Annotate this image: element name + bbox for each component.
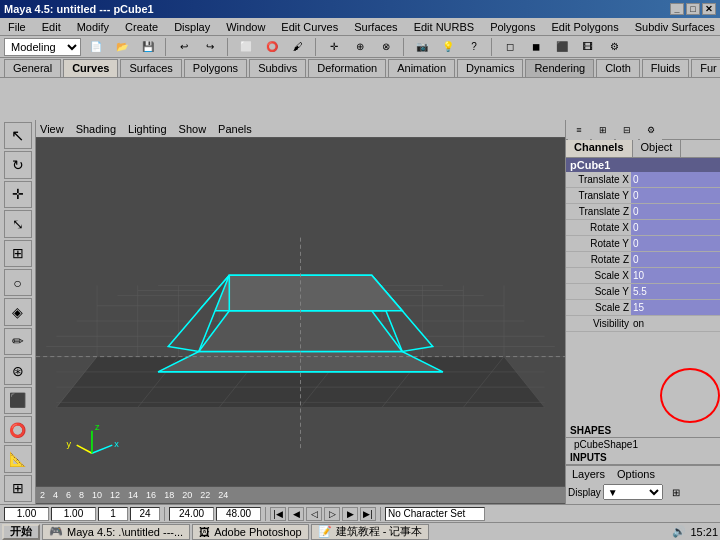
tab-fluids[interactable]: Fluids bbox=[642, 59, 689, 77]
menu-edit-polygons[interactable]: Edit Polygons bbox=[547, 20, 622, 34]
minimize-button[interactable]: _ bbox=[670, 3, 684, 15]
toolbar-help[interactable]: ? bbox=[463, 37, 485, 57]
attr-value[interactable]: 15 bbox=[631, 300, 720, 315]
current-frame[interactable] bbox=[51, 507, 96, 521]
tab-dynamics[interactable]: Dynamics bbox=[457, 59, 523, 77]
toolbar-redo[interactable]: ↪ bbox=[199, 37, 221, 57]
toolbar-open[interactable]: 📂 bbox=[111, 37, 133, 57]
maya-taskbar-item[interactable]: 🎮 Maya 4.5: .\untitled ---... bbox=[42, 524, 190, 540]
tab-options[interactable]: Options bbox=[613, 468, 659, 480]
menu-surfaces[interactable]: Surfaces bbox=[350, 20, 401, 34]
region-select[interactable]: ⬛ bbox=[4, 387, 32, 414]
play-back[interactable]: ◁ bbox=[306, 507, 322, 521]
toolbar-render3[interactable]: ⬛ bbox=[551, 37, 573, 57]
vp-show[interactable]: Show bbox=[179, 123, 207, 135]
menu-polygons[interactable]: Polygons bbox=[486, 20, 539, 34]
toolbar-undo[interactable]: ↩ bbox=[173, 37, 195, 57]
step-fwd[interactable]: ▶ bbox=[342, 507, 358, 521]
toolbar-render1[interactable]: ◻ bbox=[499, 37, 521, 57]
vp-panels[interactable]: Panels bbox=[218, 123, 252, 135]
start-button[interactable]: 开始 bbox=[2, 524, 40, 540]
tab-fur[interactable]: Fur bbox=[691, 59, 720, 77]
shapes-item[interactable]: pCubeShape1 bbox=[566, 438, 720, 451]
select-tool[interactable]: ↖ bbox=[4, 122, 32, 149]
toolbar-render2[interactable]: ◼ bbox=[525, 37, 547, 57]
tab-layers[interactable]: Layers bbox=[568, 468, 609, 480]
menu-window[interactable]: Window bbox=[222, 20, 269, 34]
show-manip[interactable]: ⊛ bbox=[4, 357, 32, 384]
modeling-dropdown[interactable]: Modeling Animation Rendering bbox=[4, 38, 81, 56]
tab-general[interactable]: General bbox=[4, 59, 61, 77]
maximize-button[interactable]: □ bbox=[686, 3, 700, 15]
menu-edit-curves[interactable]: Edit Curves bbox=[277, 20, 342, 34]
attr-value[interactable]: on bbox=[631, 316, 720, 331]
tab-animation[interactable]: Animation bbox=[388, 59, 455, 77]
tab-channels[interactable]: Channels bbox=[566, 140, 633, 157]
tab-object[interactable]: Object bbox=[633, 140, 682, 157]
step-back[interactable]: ◀ bbox=[288, 507, 304, 521]
display-dropdown[interactable]: ▼ bbox=[603, 484, 663, 500]
tab-polygons[interactable]: Polygons bbox=[184, 59, 247, 77]
move-tool[interactable]: ✛ bbox=[4, 181, 32, 208]
range-start[interactable] bbox=[169, 507, 214, 521]
menu-edit[interactable]: Edit bbox=[38, 20, 65, 34]
rotate-tool[interactable]: ↻ bbox=[4, 151, 32, 178]
attr-value[interactable]: 0 bbox=[631, 252, 720, 267]
end-frame[interactable] bbox=[130, 507, 160, 521]
notepad-taskbar-item[interactable]: 📝 建筑教程 - 记事本 bbox=[311, 524, 430, 540]
menu-edit-nurbs[interactable]: Edit NURBS bbox=[410, 20, 479, 34]
menu-display[interactable]: Display bbox=[170, 20, 214, 34]
toolbar-snap1[interactable]: ✛ bbox=[323, 37, 345, 57]
tab-subdivs[interactable]: Subdivs bbox=[249, 59, 306, 77]
viewport[interactable]: View Shading Lighting Show Panels bbox=[36, 120, 565, 504]
attr-value[interactable]: 0 bbox=[631, 172, 720, 187]
tab-deformation[interactable]: Deformation bbox=[308, 59, 386, 77]
panel-icon3[interactable]: ⊟ bbox=[616, 120, 638, 140]
scale-tool[interactable]: ⤡ bbox=[4, 210, 32, 237]
frame-field[interactable] bbox=[98, 507, 128, 521]
timeline[interactable]: 2 4 6 8 10 12 14 16 18 20 22 24 bbox=[36, 486, 565, 504]
toolbar-render5[interactable]: ⚙ bbox=[603, 37, 625, 57]
play-end[interactable]: ▶| bbox=[360, 507, 376, 521]
vp-shading[interactable]: Shading bbox=[76, 123, 116, 135]
toolbar-select[interactable]: ⬜ bbox=[235, 37, 257, 57]
snap-grid[interactable]: ⊞ bbox=[4, 475, 32, 502]
close-button[interactable]: ✕ bbox=[702, 3, 716, 15]
lasso-tool[interactable]: ⭕ bbox=[4, 416, 32, 443]
scene-canvas[interactable]: x y z persp bbox=[36, 138, 565, 504]
panel-icon2[interactable]: ⊞ bbox=[592, 120, 614, 140]
panel-icon4[interactable]: ⚙ bbox=[640, 120, 662, 140]
menu-subdiv[interactable]: Subdiv Surfaces bbox=[631, 20, 719, 34]
toolbar-new[interactable]: 📄 bbox=[85, 37, 107, 57]
attr-value[interactable]: 5.5 bbox=[631, 284, 720, 299]
attr-value[interactable]: 0 bbox=[631, 220, 720, 235]
toolbar-paint[interactable]: 🖌 bbox=[287, 37, 309, 57]
panel-icon1[interactable]: ≡ bbox=[568, 120, 590, 140]
toolbar-light[interactable]: 💡 bbox=[437, 37, 459, 57]
vp-view[interactable]: View bbox=[40, 123, 64, 135]
attr-value[interactable]: 0 bbox=[631, 236, 720, 251]
play-fwd[interactable]: ▷ bbox=[324, 507, 340, 521]
attr-value[interactable]: 0 bbox=[631, 188, 720, 203]
toolbar-camera[interactable]: 📷 bbox=[411, 37, 433, 57]
paint-tool[interactable]: ✏ bbox=[4, 328, 32, 355]
toolbar-render4[interactable]: 🎞 bbox=[577, 37, 599, 57]
tab-cloth[interactable]: Cloth bbox=[596, 59, 640, 77]
tab-surfaces[interactable]: Surfaces bbox=[120, 59, 181, 77]
menu-create[interactable]: Create bbox=[121, 20, 162, 34]
photoshop-taskbar-item[interactable]: 🖼 Adobe Photoshop bbox=[192, 524, 308, 540]
soft-mod[interactable]: ○ bbox=[4, 269, 32, 296]
toolbar-snap3[interactable]: ⊗ bbox=[375, 37, 397, 57]
toolbar-lasso[interactable]: ⭕ bbox=[261, 37, 283, 57]
toolbar-save[interactable]: 💾 bbox=[137, 37, 159, 57]
range-end[interactable] bbox=[216, 507, 261, 521]
play-start[interactable]: |◀ bbox=[270, 507, 286, 521]
universal-tool[interactable]: ⊞ bbox=[4, 240, 32, 267]
attr-value[interactable]: 0 bbox=[631, 204, 720, 219]
layers-icon[interactable]: ⊞ bbox=[665, 482, 687, 502]
tab-curves[interactable]: Curves bbox=[63, 59, 118, 77]
menu-file[interactable]: File bbox=[4, 20, 30, 34]
vp-lighting[interactable]: Lighting bbox=[128, 123, 167, 135]
sculpt[interactable]: ◈ bbox=[4, 298, 32, 325]
menu-modify[interactable]: Modify bbox=[73, 20, 113, 34]
